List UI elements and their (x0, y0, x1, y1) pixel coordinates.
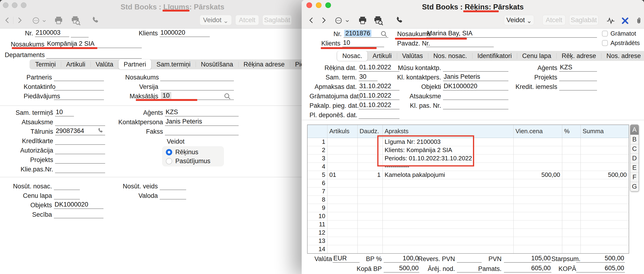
cell-artikuls[interactable] (328, 138, 358, 146)
atcelt-button[interactable]: Atcelt (235, 15, 259, 25)
link-manager-x-icon[interactable] (621, 16, 629, 25)
cell-percent[interactable] (562, 204, 581, 212)
field-value[interactable]: 10 (160, 92, 234, 100)
field-value[interactable] (55, 146, 105, 154)
field-value[interactable]: 105,00 (504, 255, 552, 263)
cell-apraksts[interactable] (383, 237, 514, 245)
cell-summa[interactable] (581, 179, 629, 187)
more-actions-button[interactable] (335, 17, 342, 24)
cell-daudz[interactable] (358, 179, 383, 187)
phone-button[interactable] (394, 16, 403, 25)
field-value[interactable] (426, 39, 494, 47)
chevron-down-icon[interactable] (42, 19, 47, 23)
field-value[interactable]: Marina Bay, SIA (426, 30, 597, 38)
cell-percent[interactable] (562, 196, 581, 204)
cell-percent[interactable] (562, 138, 581, 146)
cell-apraksts[interactable] (383, 179, 514, 187)
forward-button[interactable] (16, 16, 23, 24)
field-value[interactable] (54, 73, 104, 81)
field-value[interactable] (160, 182, 186, 190)
field-value[interactable]: KZS (165, 109, 238, 117)
cell-daudz[interactable] (358, 237, 383, 245)
radio-pasutijumus[interactable]: Pasūtījumus (166, 157, 210, 165)
tab-nos-adrese[interactable]: Nos. adrese (601, 51, 644, 61)
radio-rekinus[interactable]: Rēķinus (166, 148, 198, 156)
cell-artikuls[interactable] (328, 212, 358, 220)
field-value[interactable] (54, 182, 80, 190)
cell-summa[interactable] (581, 187, 629, 195)
tab-rekina-adrese[interactable]: Rēķina adrese (238, 59, 290, 69)
cell-summa[interactable] (581, 237, 629, 245)
tab-nos-nosac[interactable]: Nos. nosac. (428, 51, 472, 61)
cell-artikuls[interactable] (328, 187, 358, 195)
cell-vien-cena[interactable] (514, 245, 562, 253)
tab-termini[interactable]: Termiņi (30, 59, 61, 69)
cell-artikuls[interactable] (328, 154, 358, 162)
field-value[interactable] (559, 83, 597, 91)
print-preview-button[interactable] (373, 15, 384, 25)
cell-apraksts[interactable] (383, 229, 514, 237)
field-value[interactable] (443, 101, 508, 109)
cell-daudz[interactable]: 1 (358, 171, 383, 179)
tab-identifikatori[interactable]: Identifikatori (472, 51, 517, 61)
print-button[interactable] (358, 15, 367, 25)
field-value[interactable] (443, 92, 508, 100)
cell-summa[interactable] (581, 138, 629, 146)
field-value[interactable]: 10 (342, 39, 384, 47)
cell-vien-cena[interactable] (514, 146, 562, 154)
cell-summa[interactable] (581, 196, 629, 204)
forward-button[interactable] (320, 16, 327, 24)
paste-special-magnifier-icon[interactable] (380, 30, 388, 38)
tab-nosutisana[interactable]: Nosūtīšana (196, 59, 238, 69)
cell-summa[interactable] (581, 245, 629, 253)
cell-vien-cena[interactable]: 500,00 (514, 171, 562, 179)
cell-vien-cena[interactable] (514, 154, 562, 162)
field-value[interactable]: 1000020 (160, 29, 210, 37)
atcelt-button[interactable]: Atcelt (542, 15, 566, 25)
saglabat-button[interactable]: Saglabāt (262, 15, 292, 25)
cell-percent[interactable] (562, 245, 581, 253)
cell-summa[interactable] (581, 204, 629, 212)
cell-artikuls[interactable] (328, 163, 358, 171)
cell-daudz[interactable] (358, 229, 383, 237)
tab-sam-termini[interactable]: Sam.termiņi (151, 59, 196, 69)
cell-summa[interactable] (581, 163, 629, 171)
cell-apraksts[interactable] (383, 221, 514, 229)
chevron-down-icon[interactable] (345, 19, 350, 23)
field-value[interactable] (165, 127, 238, 135)
cell-vien-cena[interactable] (514, 221, 562, 229)
field-value[interactable] (55, 137, 105, 145)
paperclip-attachments-icon[interactable] (635, 16, 643, 25)
field-value[interactable]: 605,00 (504, 265, 552, 273)
flip-tab-f[interactable]: F (630, 172, 638, 182)
field-value[interactable]: 10 (55, 109, 74, 117)
field-value[interactable]: Janis Peteris (443, 73, 508, 81)
cell-vien-cena[interactable] (514, 179, 562, 187)
cell-artikuls[interactable]: 01 (328, 171, 358, 179)
field-value[interactable] (160, 73, 234, 81)
back-button[interactable] (4, 16, 11, 24)
cell-artikuls[interactable] (328, 204, 358, 212)
cell-apraksts[interactable] (383, 196, 514, 204)
field-value[interactable]: DK1000020 (54, 201, 104, 209)
tab-rek-adrese[interactable]: Rēķ. adrese (556, 51, 601, 61)
field-value[interactable] (55, 118, 105, 126)
cell-vien-cena[interactable] (514, 196, 562, 204)
cell-percent[interactable] (562, 229, 581, 237)
cell-percent[interactable] (562, 237, 581, 245)
cell-artikuls[interactable] (328, 146, 358, 154)
cell-summa[interactable] (581, 212, 629, 220)
cell-daudz[interactable] (358, 196, 383, 204)
field-value[interactable] (54, 191, 80, 199)
cell-artikuls[interactable] (328, 237, 358, 245)
cell-artikuls[interactable] (328, 229, 358, 237)
cell-vien-cena[interactable] (514, 212, 562, 220)
tab-artikuli[interactable]: Artikuli (367, 51, 397, 61)
cell-daudz[interactable] (358, 204, 383, 212)
phone-button[interactable] (90, 16, 99, 25)
cell-apraksts[interactable]: Kamelota pakalpojumi (383, 171, 514, 179)
cell-artikuls[interactable] (328, 221, 358, 229)
flip-tab-e[interactable]: E (630, 163, 638, 172)
field-value[interactable] (160, 83, 234, 91)
tab-valutas[interactable]: Valūtas (397, 51, 428, 61)
